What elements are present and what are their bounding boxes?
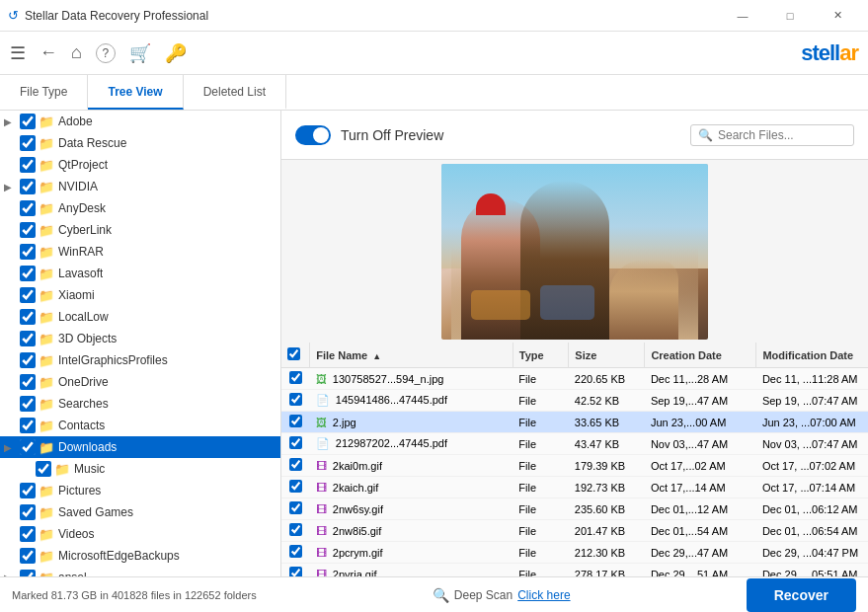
item-checkbox[interactable] [20, 526, 36, 542]
deep-scan-link[interactable]: Click here [517, 588, 570, 602]
sidebar-item-xiaomi[interactable]: 📁 Xiaomi [0, 284, 280, 306]
table-row[interactable]: 📄 212987202...47445.pdf File 43.47 KB No… [281, 433, 868, 455]
item-checkbox[interactable] [20, 418, 36, 433]
tab-deleted-list[interactable]: Deleted List [184, 75, 286, 110]
sidebar-item-searches[interactable]: 📁 Searches [0, 393, 280, 415]
content-toolbar: Turn Off Preview 🔍 [281, 111, 868, 160]
item-checkbox[interactable] [20, 287, 36, 303]
sidebar-item-edge-backups[interactable]: 📁 MicrosoftEdgeBackups [0, 545, 280, 567]
row-modified: Nov 03, ...07:47 AM [756, 433, 868, 455]
header-type[interactable]: Type [513, 343, 569, 368]
sidebar-item-music[interactable]: 📁 Music [0, 458, 280, 480]
sidebar-item-pictures[interactable]: 📁 Pictures [0, 480, 280, 501]
table-row[interactable]: 🎞 2pcrym.gif File 212.30 KB Dec 29,...47… [281, 542, 868, 564]
item-checkbox[interactable] [20, 135, 36, 151]
row-filename: 🎞 2kai0m.gif [310, 455, 513, 477]
header-filename[interactable]: File Name ▲ [310, 343, 513, 368]
item-checkbox[interactable] [20, 483, 36, 498]
item-checkbox[interactable] [20, 266, 36, 281]
tab-tree-view[interactable]: Tree View [88, 75, 183, 110]
table-row[interactable]: 🎞 2nw8i5.gif File 201.47 KB Dec 01,...54… [281, 520, 868, 542]
item-checkbox[interactable] [20, 157, 36, 173]
sidebar-item-lavasoft[interactable]: 📁 Lavasoft [0, 263, 280, 284]
item-checkbox[interactable] [20, 439, 36, 455]
folder-icon: 📁 [39, 353, 54, 368]
sidebar-item-qtproject[interactable]: 📁 QtProject [0, 154, 280, 176]
item-checkbox[interactable] [20, 504, 36, 520]
help-icon[interactable]: ? [96, 43, 116, 63]
sidebar-item-cyberlink[interactable]: 📁 CyberLink [0, 219, 280, 241]
row-type: File [513, 520, 569, 542]
item-checkbox[interactable] [20, 179, 36, 194]
search-input[interactable] [718, 128, 846, 142]
home-icon[interactable]: ⌂ [71, 42, 82, 63]
row-created: Jun 23,...00 AM [645, 412, 756, 433]
sidebar-item-anydesk[interactable]: 📁 AnyDesk [0, 197, 280, 219]
row-checkbox[interactable] [289, 480, 302, 493]
header-modified[interactable]: Modification Date [756, 343, 868, 368]
item-checkbox[interactable] [20, 374, 36, 390]
item-checkbox[interactable] [20, 352, 36, 368]
row-checkbox[interactable] [289, 415, 302, 427]
item-checkbox[interactable] [20, 548, 36, 564]
sidebar-item-contacts[interactable]: 📁 Contacts [0, 415, 280, 436]
row-checkbox[interactable] [289, 436, 302, 449]
table-row[interactable]: 🎞 2pyrja.gif File 278.17 KB Dec 29,...51… [281, 564, 868, 577]
sidebar-item-adobe[interactable]: ▶ 📁 Adobe [0, 111, 280, 132]
back-icon[interactable]: ← [39, 42, 57, 63]
row-checkbox[interactable] [289, 523, 302, 536]
table-row[interactable]: 🎞 2kai0m.gif File 179.39 KB Oct 17,...02… [281, 455, 868, 477]
tabs-row: File Type Tree View Deleted List [0, 75, 868, 111]
table-row[interactable]: 📄 145941486...47445.pdf File 42.52 KB Se… [281, 390, 868, 412]
preview-toggle[interactable] [295, 125, 331, 145]
sidebar-item-videos[interactable]: 📁 Videos [0, 523, 280, 545]
table-row[interactable]: 🖼 130758527...594_n.jpg File 220.65 KB D… [281, 368, 868, 390]
minimize-button[interactable]: — [720, 0, 765, 32]
row-checkbox[interactable] [289, 458, 302, 471]
close-button[interactable]: ✕ [815, 0, 860, 32]
maximize-button[interactable]: □ [767, 0, 813, 32]
sidebar-item-winrar[interactable]: 📁 WinRAR [0, 241, 280, 263]
item-checkbox[interactable] [20, 396, 36, 412]
user-icon[interactable]: 🔑 [165, 42, 187, 64]
sidebar-item-saved-games[interactable]: 📁 Saved Games [0, 501, 280, 523]
row-checkbox[interactable] [289, 567, 302, 576]
header-size[interactable]: Size [569, 343, 645, 368]
item-checkbox[interactable] [20, 114, 36, 129]
file-type-icon: 🎞 [316, 460, 327, 472]
item-checkbox[interactable] [20, 200, 36, 216]
sidebar-item-ansel[interactable]: ▶ 📁 ansel [0, 567, 280, 576]
item-checkbox[interactable] [20, 244, 36, 260]
table-row[interactable]: 🎞 2kaich.gif File 192.73 KB Oct 17,...14… [281, 477, 868, 498]
sidebar-item-locallow[interactable]: 📁 LocalLow [0, 306, 280, 328]
item-checkbox[interactable] [20, 309, 36, 325]
sidebar-item-data-rescue[interactable]: 📁 Data Rescue [0, 132, 280, 154]
item-checkbox[interactable] [20, 331, 36, 346]
file-type-icon: 📄 [316, 394, 330, 406]
item-checkbox[interactable] [20, 570, 36, 576]
table-row[interactable]: 🎞 2nw6sy.gif File 235.60 KB Dec 01,...12… [281, 498, 868, 520]
table-row[interactable]: 🖼 2.jpg File 33.65 KB Jun 23,...00 AM Ju… [281, 412, 868, 433]
recover-button[interactable]: Recover [747, 578, 856, 612]
sidebar-item-intel[interactable]: 📁 IntelGraphicsProfiles [0, 349, 280, 371]
filename-text: 130758527...594_n.jpg [333, 373, 444, 385]
arrow-icon: ▶ [4, 573, 20, 577]
row-filename: 🖼 130758527...594_n.jpg [310, 368, 513, 390]
cart-icon[interactable]: 🛒 [129, 42, 151, 64]
row-checkbox[interactable] [289, 545, 302, 558]
item-checkbox[interactable] [36, 461, 51, 477]
tab-file-type[interactable]: File Type [0, 75, 88, 110]
sidebar-item-nvidia[interactable]: ▶ 📁 NVIDIA [0, 176, 280, 197]
item-checkbox[interactable] [20, 222, 36, 238]
row-checkbox[interactable] [289, 501, 302, 514]
row-modified: Oct 17, ...07:14 AM [756, 477, 868, 498]
hamburger-icon[interactable]: ☰ [10, 42, 26, 64]
sidebar-item-onedrive[interactable]: 📁 OneDrive [0, 371, 280, 393]
row-checkbox[interactable] [289, 371, 302, 384]
select-all-checkbox[interactable] [287, 347, 300, 360]
file-type-icon: 🎞 [316, 569, 327, 577]
sidebar-item-downloads[interactable]: ▶ 📁 Downloads [0, 436, 280, 458]
header-created[interactable]: Creation Date [645, 343, 756, 368]
sidebar-item-3d-objects[interactable]: 📁 3D Objects [0, 328, 280, 349]
row-checkbox[interactable] [289, 393, 302, 406]
